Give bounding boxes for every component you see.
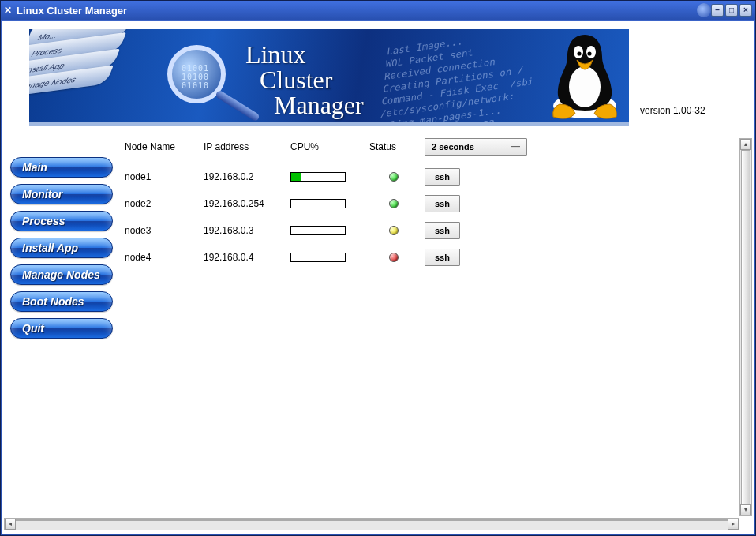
svg-point-4 <box>577 51 581 55</box>
header-banner: Mo... Process Install App Manage Nodes 0… <box>29 29 629 126</box>
cell-ip: 192.168.0.2 <box>204 163 290 190</box>
nav-boot-nodes[interactable]: Boot Nodes <box>10 291 113 312</box>
nav-monitor[interactable]: Monitor <box>10 184 113 204</box>
status-dot-green <box>389 199 399 208</box>
status-dot-green <box>389 172 399 182</box>
table-row: node3192.168.0.3ssh <box>125 217 533 244</box>
titlebar[interactable]: ✕ Linux Cluster Manager – □ × <box>1 1 755 20</box>
horizontal-scrollbar[interactable]: ◂ ▸ <box>4 518 739 530</box>
cpu-bar <box>290 199 346 208</box>
cell-cpu <box>290 163 369 190</box>
cell-ip: 192.168.0.254 <box>204 190 290 217</box>
header-cpu: CPU% <box>290 135 369 163</box>
scroll-left-button[interactable]: ◂ <box>5 519 16 530</box>
header-ip: IP address <box>204 135 290 163</box>
node-table: Node Name IP address CPU% Status 2 secon… <box>125 135 533 271</box>
app-icon: ✕ <box>4 5 12 16</box>
svg-point-3 <box>586 46 596 58</box>
cell-status <box>369 244 425 271</box>
cell-node-name: node2 <box>125 190 204 217</box>
scroll-down-button[interactable]: ▾ <box>740 504 751 515</box>
table-row: node4192.168.0.4ssh <box>125 244 533 271</box>
cell-node-name: node4 <box>125 244 204 271</box>
node-table-area: Node Name IP address CPU% Status 2 secon… <box>125 135 754 534</box>
banner-title: Linux Cluster Manager <box>245 42 364 118</box>
cell-cpu <box>290 217 369 244</box>
main-content: Main Monitor Process Install App Manage … <box>2 126 754 534</box>
cpu-bar <box>290 253 346 262</box>
app-window: ✕ Linux Cluster Manager – □ × Mo... Proc… <box>0 0 756 536</box>
vertical-scrollbar[interactable]: ▴ ▾ <box>739 138 752 516</box>
tux-penguin-icon <box>545 29 624 124</box>
nav-main[interactable]: Main <box>10 157 113 178</box>
nav-process[interactable]: Process <box>10 211 113 231</box>
header-status: Status <box>369 135 425 163</box>
banner-title-line2: Cluster <box>245 67 364 92</box>
status-dot-red <box>389 253 399 262</box>
nav-install-app[interactable]: Install App <box>10 238 113 258</box>
ssh-button[interactable]: ssh <box>425 195 460 212</box>
banner-title-line3: Manager <box>245 92 364 118</box>
ssh-button[interactable]: ssh <box>425 222 460 239</box>
window-controls: – □ × <box>711 4 752 17</box>
client-area: Mo... Process Install App Manage Nodes 0… <box>2 21 754 534</box>
distro-swirl-icon <box>697 3 711 17</box>
table-row: node2192.168.0.254ssh <box>125 190 533 217</box>
banner-background-text: Last Image... WOL Packet sent Received c… <box>377 29 550 126</box>
banner-title-line1: Linux <box>245 42 364 67</box>
cell-cpu <box>290 190 369 217</box>
scroll-up-button[interactable]: ▴ <box>740 139 751 150</box>
scroll-thumb-vertical[interactable] <box>741 150 750 504</box>
nav-manage-nodes[interactable]: Manage Nodes <box>10 264 113 285</box>
table-row: node1192.168.0.2ssh <box>125 163 533 190</box>
refresh-interval-select[interactable]: 2 seconds <box>425 138 527 156</box>
cell-ip: 192.168.0.3 <box>204 217 290 244</box>
svg-point-1 <box>569 66 601 107</box>
cell-status <box>369 163 425 190</box>
cell-cpu <box>290 244 369 271</box>
status-dot-yellow <box>389 226 399 235</box>
cell-status <box>369 190 425 217</box>
close-button[interactable]: × <box>739 4 752 17</box>
sidebar: Main Monitor Process Install App Manage … <box>2 135 125 534</box>
nav-quit[interactable]: Quit <box>10 318 113 339</box>
cpu-bar <box>290 226 346 235</box>
version-label: version 1.00-32 <box>640 105 705 126</box>
svg-point-5 <box>587 51 591 55</box>
scroll-right-button[interactable]: ▸ <box>728 519 739 530</box>
cell-node-name: node3 <box>125 217 204 244</box>
cell-status <box>369 217 425 244</box>
banner-row: Mo... Process Install App Manage Nodes 0… <box>2 21 754 126</box>
header-node-name: Node Name <box>125 135 204 163</box>
cell-node-name: node1 <box>125 163 204 190</box>
cell-ip: 192.168.0.4 <box>204 244 290 271</box>
banner-3d-tabs: Mo... Process Install App Manage Nodes <box>29 29 132 97</box>
ssh-button[interactable]: ssh <box>425 249 460 266</box>
maximize-button[interactable]: □ <box>725 4 738 17</box>
ssh-button[interactable]: ssh <box>425 168 460 186</box>
minimize-button[interactable]: – <box>711 4 724 17</box>
cpu-bar <box>290 172 346 182</box>
window-title: Linux Cluster Manager <box>17 5 692 17</box>
scroll-thumb-horizontal[interactable] <box>16 519 728 521</box>
